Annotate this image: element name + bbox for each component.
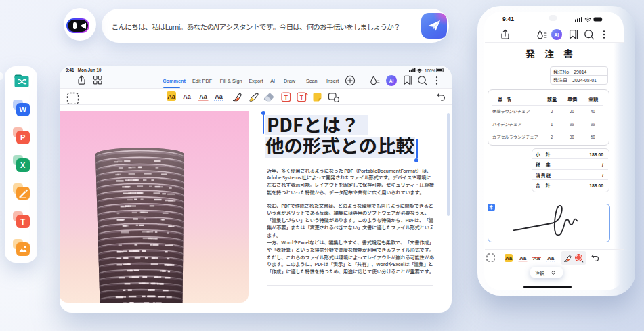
svg-text:AI: AI <box>554 32 559 37</box>
svg-text:W: W <box>20 106 27 114</box>
svg-text:Aa: Aa <box>183 93 191 100</box>
svg-text:T: T <box>284 94 288 101</box>
svg-text:Aa: Aa <box>199 93 207 100</box>
svg-text:Aa: Aa <box>519 255 526 261</box>
svg-text:P: P <box>20 133 25 141</box>
svg-text:100%: 100% <box>425 68 436 73</box>
svg-text:Aa: Aa <box>546 255 554 261</box>
svg-text:Aa: Aa <box>532 255 540 261</box>
svg-text:AI: AI <box>389 79 394 83</box>
svg-text:Aa: Aa <box>215 93 223 100</box>
svg-text:Aa: Aa <box>167 93 175 100</box>
svg-text:Aa: Aa <box>505 255 513 261</box>
svg-text:T: T <box>300 94 304 101</box>
svg-text:X: X <box>20 161 26 169</box>
svg-text:T: T <box>20 217 26 227</box>
